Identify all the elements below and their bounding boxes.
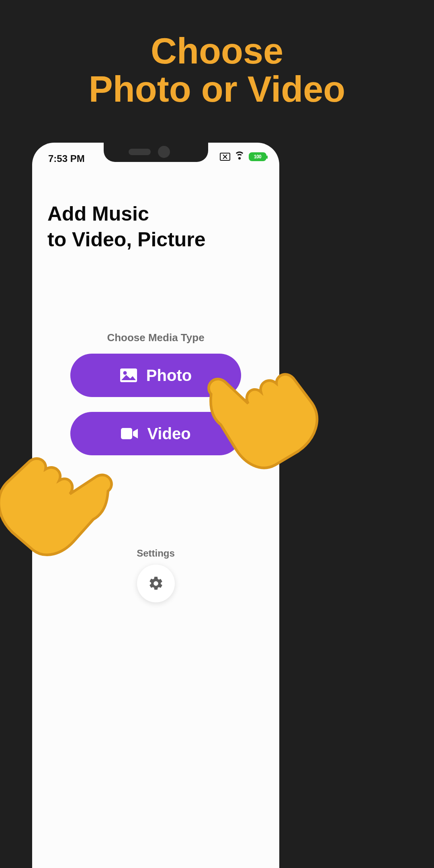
app-title: Add Music to Video, Picture xyxy=(47,201,206,252)
photo-button-label: Photo xyxy=(146,366,192,385)
photo-icon xyxy=(120,368,137,383)
wifi-icon xyxy=(234,152,245,161)
svg-rect-2 xyxy=(121,428,132,439)
no-sim-icon xyxy=(220,153,230,161)
media-type-label: Choose Media Type xyxy=(32,332,279,344)
phone-frame: 7:53 PM 100 Add Music to Video, Picture … xyxy=(32,143,279,868)
promo-headline: Choose Photo or Video xyxy=(0,0,434,108)
gear-icon xyxy=(148,575,164,592)
status-bar: 7:53 PM 100 xyxy=(32,150,279,166)
settings-label: Settings xyxy=(32,548,279,559)
photo-button[interactable]: Photo xyxy=(70,354,241,397)
app-title-line-2: to Video, Picture xyxy=(47,227,206,252)
app-title-line-1: Add Music xyxy=(47,201,206,227)
status-time: 7:53 PM xyxy=(48,153,85,164)
battery-indicator: 100 xyxy=(249,152,266,161)
svg-point-1 xyxy=(123,371,127,375)
settings-button[interactable] xyxy=(137,565,175,602)
promo-line-2: Photo or Video xyxy=(0,70,434,108)
video-button-label: Video xyxy=(147,425,190,443)
status-right-cluster: 100 xyxy=(220,152,266,161)
video-button[interactable]: Video xyxy=(70,412,241,455)
video-icon xyxy=(121,427,138,440)
battery-level-text: 100 xyxy=(254,154,262,160)
promo-line-1: Choose xyxy=(0,32,434,70)
